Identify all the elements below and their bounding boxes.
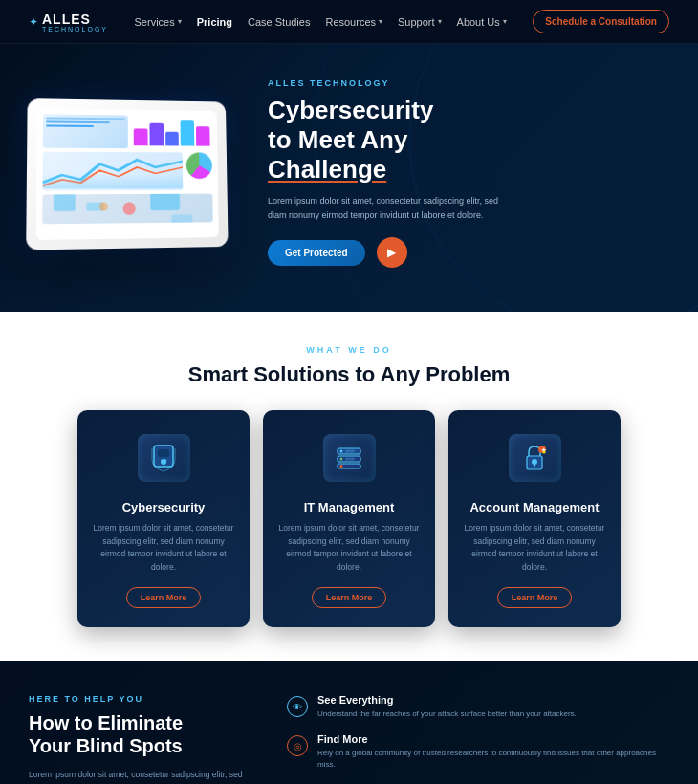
cybersecurity-icon <box>138 434 190 482</box>
get-protected-button[interactable]: Get Protected <box>268 240 365 266</box>
see-everything-title: See Everything <box>317 694 577 706</box>
svg-rect-0 <box>54 193 76 210</box>
svg-point-4 <box>122 202 135 215</box>
hero-section: ALLES TECHNOLOGY Cybersecurity to Meet A… <box>0 44 698 312</box>
it-management-card: IT Management Lorem ipsum dolor sit amet… <box>263 410 435 627</box>
navigation: ✦ ALLES TECHNOLOGY Services ▾ Pricing Ca… <box>0 0 698 44</box>
find-more-icon: ◎ <box>287 735 308 756</box>
tablet-screen <box>36 108 219 240</box>
chevron-down-icon: ▾ <box>503 17 507 26</box>
tablet-mockup <box>26 98 228 250</box>
what-we-do-label: WHAT WE DO <box>29 345 669 355</box>
nav-item-pricing[interactable]: Pricing <box>197 16 232 28</box>
what-we-do-section: WHAT WE DO Smart Solutions to Any Proble… <box>0 312 698 661</box>
it-management-icon <box>323 434 376 482</box>
account-management-icon-wrap: ★ <box>506 429 563 487</box>
cybersecurity-card-title: Cybersecurity <box>93 500 234 514</box>
find-more-feature: ◎ Find More Rely on a global community o… <box>287 733 669 771</box>
svg-rect-16 <box>345 458 355 461</box>
cybersecurity-card-desc: Lorem ipsum dolor sit amet, consetetur s… <box>93 522 234 574</box>
hero-title-underline: Challenge <box>268 155 386 184</box>
nav-item-case-studies[interactable]: Case Studies <box>248 16 310 28</box>
what-we-do-title: Smart Solutions to Any Problem <box>29 362 669 387</box>
blind-spots-features: 👁 See Everything Understand the far reac… <box>287 694 669 784</box>
svg-rect-7 <box>158 449 169 457</box>
chevron-down-icon: ▾ <box>379 17 382 26</box>
hero-actions: Get Protected ▶ <box>268 237 669 268</box>
it-management-icon-wrap <box>320 429 378 487</box>
hero-description: Lorem ipsum dolor sit amet, consectetur … <box>268 194 516 222</box>
nav-item-about[interactable]: About Us ▾ <box>457 16 507 28</box>
services-cards-row: Cybersecurity Lorem ipsum dolor sit amet… <box>29 410 669 627</box>
see-everything-text: See Everything Understand the far reache… <box>317 694 577 720</box>
account-management-card-title: Account Management <box>464 500 605 514</box>
cybersecurity-learn-more-button[interactable]: Learn More <box>126 587 202 608</box>
see-everything-feature: 👁 See Everything Understand the far reac… <box>287 694 669 720</box>
logo-name: ALLES <box>42 11 91 27</box>
nav-links: Services ▾ Pricing Case Studies Resource… <box>135 16 507 28</box>
svg-rect-15 <box>345 450 355 453</box>
see-everything-desc: Understand the far reaches of your attac… <box>317 708 577 720</box>
svg-rect-19 <box>534 464 535 467</box>
blind-spots-title: How to Eliminate Your Blind Spots <box>29 711 258 757</box>
hero-illustration <box>29 99 239 248</box>
it-management-learn-more-button[interactable]: Learn More <box>312 587 387 608</box>
logo-star-icon: ✦ <box>29 15 38 29</box>
account-management-learn-more-button[interactable]: Learn More <box>497 587 573 608</box>
account-management-card-desc: Lorem ipsum dolor sit amet, consetetur s… <box>464 522 605 574</box>
hero-title: Cybersecurity to Meet Any Challenge <box>268 96 669 185</box>
nav-item-resources[interactable]: Resources ▾ <box>325 16 382 28</box>
account-management-icon: ★ <box>509 434 561 482</box>
blind-spots-label: HERE TO HELP YOU <box>29 694 258 704</box>
blind-spots-left: HERE TO HELP YOU How to Eliminate Your B… <box>29 694 258 784</box>
it-management-card-title: IT Management <box>278 500 420 514</box>
find-more-text: Find More Rely on a global community of … <box>317 733 669 771</box>
hero-content: ALLES TECHNOLOGY Cybersecurity to Meet A… <box>239 78 669 268</box>
blind-spots-section: HERE TO HELP YOU How to Eliminate Your B… <box>0 661 698 784</box>
svg-rect-2 <box>150 193 180 210</box>
logo-subtitle: TECHNOLOGY <box>42 26 108 33</box>
find-more-desc: Rely on a global community of trusted re… <box>317 748 669 771</box>
logo-text-block: ALLES TECHNOLOGY <box>42 11 108 33</box>
cybersecurity-icon-wrap <box>135 429 192 487</box>
nav-item-support[interactable]: Support ▾ <box>398 16 442 28</box>
svg-point-22 <box>543 451 546 454</box>
cybersecurity-card: Cybersecurity Lorem ipsum dolor sit amet… <box>77 410 250 627</box>
svg-point-12 <box>340 450 343 453</box>
chevron-down-icon: ▾ <box>438 17 442 26</box>
blind-spots-description: Lorem ipsum dolor sit amet, consetetur s… <box>29 769 258 784</box>
nav-item-services[interactable]: Services ▾ <box>135 16 182 28</box>
pie-chart <box>186 152 212 179</box>
hero-brand-label: ALLES TECHNOLOGY <box>268 78 669 88</box>
chevron-down-icon: ▾ <box>178 17 182 26</box>
play-button[interactable]: ▶ <box>377 237 407 268</box>
find-more-title: Find More <box>317 733 669 745</box>
account-management-card: ★ Account Management Lorem ipsum dolor s… <box>448 410 621 627</box>
logo: ✦ ALLES TECHNOLOGY <box>29 11 108 33</box>
it-management-card-desc: Lorem ipsum dolor sit amet, consetetur s… <box>278 522 420 574</box>
schedule-consultation-button[interactable]: Schedule a Consultation <box>533 10 669 33</box>
svg-rect-3 <box>171 214 192 224</box>
see-everything-icon: 👁 <box>287 696 308 717</box>
svg-point-14 <box>340 465 343 468</box>
svg-point-13 <box>340 458 343 461</box>
